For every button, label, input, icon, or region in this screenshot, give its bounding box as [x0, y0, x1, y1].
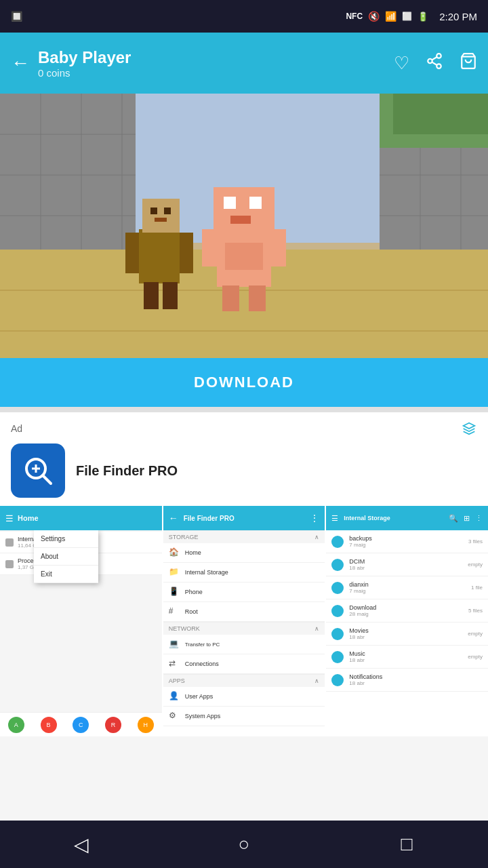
svg-point-1: [428, 59, 432, 64]
record-icon: R: [105, 717, 121, 733]
ss1-menu-settings: Settings: [34, 530, 98, 548]
movies-icon: [331, 628, 344, 640]
ss3-dianxin: dianxin 7 maig 1 file: [326, 576, 488, 599]
ss1-body: Settings About Exit Internal Storage 11,…: [0, 530, 162, 712]
recent-nav-button[interactable]: □: [386, 824, 427, 865]
nav-bar: ◁ ○ □: [0, 821, 488, 868]
ss2-internal-text: Internal Storage: [185, 569, 228, 576]
ss2-apps-label: APPS∧: [163, 674, 325, 687]
ss3-body: backups 7 maig 3 files DCIM 18 abr empty…: [326, 530, 488, 736]
ad-header: Ad: [11, 420, 477, 437]
processes-icon: [5, 560, 14, 568]
ss2-system-apps-text: System Apps: [185, 713, 221, 719]
svg-rect-35: [214, 187, 274, 238]
ss3-header: ☰ Internal Storage 🔍 ⊞ ⋮: [326, 506, 488, 530]
ss1-header: ☰ Home: [0, 506, 162, 530]
ss1-menu-overlay: Settings About Exit: [34, 530, 98, 583]
ss3-backups-date: 7 maig: [349, 542, 463, 548]
ss3-music: Music 18 abr empty: [326, 646, 488, 669]
ss1-menu-exit: Exit: [34, 566, 98, 583]
svg-rect-40: [222, 285, 239, 311]
svg-rect-31: [163, 282, 178, 309]
ss2-user-apps-text: User Apps: [185, 693, 214, 700]
ss3-movies: Movies 18 abr empty: [326, 623, 488, 646]
ss1-menu-about: About: [34, 548, 98, 566]
ad-options-icon[interactable]: [461, 420, 477, 437]
app-title: Baby Player: [38, 48, 131, 67]
svg-rect-32: [125, 233, 139, 273]
android-icon: A: [8, 717, 24, 733]
svg-rect-41: [249, 285, 266, 311]
system-apps-icon: ⚙: [169, 711, 180, 722]
ss2-root-text: Root: [185, 608, 198, 615]
ss3-music-name: Music: [349, 650, 462, 657]
back-button[interactable]: ←: [11, 52, 30, 74]
dcim-icon: [331, 559, 344, 571]
status-time: 2:20 PM: [439, 11, 477, 22]
bug-icon: B: [41, 717, 57, 733]
internal-icon: 📁: [169, 567, 180, 578]
ss2-internal-item: 📁 Internal Storage: [163, 563, 325, 583]
download-label: DOWNLOAD: [194, 374, 294, 391]
ss1-title: Home: [18, 514, 39, 522]
connections-icon: ⇄: [169, 658, 180, 669]
download-button[interactable]: DOWNLOAD: [0, 358, 488, 407]
battery-saver-icon: ⬜: [402, 12, 412, 21]
ss3-movies-name: Movies: [349, 627, 462, 634]
notifications-icon: [331, 674, 344, 686]
nfc-icon: NFC: [346, 12, 363, 21]
ss3-movies-badge: empty: [468, 631, 483, 637]
ss3-backups-info: backups 7 maig: [349, 535, 463, 548]
ss3-download: Download 28 maig 5 files: [326, 599, 488, 623]
ss2-system-apps-item: ⚙ System Apps: [163, 707, 325, 726]
svg-rect-36: [224, 197, 236, 209]
ad-content[interactable]: File Finder PRO: [11, 443, 477, 498]
ad-app-name: File Finder PRO: [76, 463, 178, 479]
svg-rect-28: [164, 208, 171, 214]
share-button[interactable]: [426, 52, 443, 74]
cart-button[interactable]: [460, 52, 477, 74]
toolbar: ← Baby Player 0 coins ♡: [0, 33, 488, 94]
ss2-transfer-text: Transfer to PC: [185, 642, 220, 648]
ss3-dcim-name: DCIM: [349, 558, 462, 565]
ss3-backups-name: backups: [349, 535, 463, 542]
ss3-notifications-date: 18 abr: [349, 680, 477, 686]
ss2-home-text: Home: [185, 549, 201, 556]
ss3-notifications: Notifications 18 abr: [326, 669, 488, 692]
favorite-button[interactable]: ♡: [394, 53, 409, 74]
screenshot-2: ← File Finder PRO ⋮ STORAGE∧ 🏠 Home 📁 In…: [163, 506, 327, 736]
ad-label: Ad: [11, 423, 22, 434]
ss3-dianxin-badge: 1 file: [471, 585, 483, 591]
camera-icon: C: [73, 717, 89, 733]
coins-label: 0 coins: [38, 67, 131, 79]
ss2-connections-text: Connections: [185, 660, 219, 667]
ss3-notifications-info: Notifications 18 abr: [349, 673, 477, 686]
svg-line-47: [43, 475, 51, 484]
screenshot-3: ☰ Internal Storage 🔍 ⊞ ⋮ backups 7 maig …: [326, 506, 488, 736]
home-icon: 🏠: [169, 547, 180, 558]
ss2-home-item: 🏠 Home: [163, 543, 325, 563]
ss3-download-info: Download 28 maig: [349, 604, 463, 617]
ss2-phone-text: Phone: [185, 589, 203, 595]
ss2-phone-item: 📱 Phone: [163, 583, 325, 602]
screenshot-1: ☰ Home Settings About Exit Internal Stor…: [0, 506, 163, 736]
ss2-storage-label: STORAGE∧: [163, 530, 325, 543]
game-image: [0, 94, 488, 358]
phone-icon: 📱: [169, 587, 180, 597]
battery-icon: 🔋: [418, 12, 428, 22]
transfer-icon: 💻: [169, 639, 180, 650]
ss3-dianxin-info: dianxin 7 maig: [349, 581, 466, 594]
ss2-header: ← File Finder PRO ⋮: [163, 506, 325, 530]
ad-app-icon: [11, 443, 65, 498]
svg-point-2: [436, 64, 441, 68]
separator: [0, 407, 488, 412]
back-nav-button[interactable]: ◁: [61, 824, 102, 865]
ss3-dcim-badge: empty: [468, 561, 483, 568]
svg-rect-27: [150, 208, 157, 214]
notification-icon: 🔲: [11, 11, 22, 22]
svg-rect-43: [271, 229, 286, 267]
ss3-music-date: 18 abr: [349, 657, 462, 663]
home-nav-button[interactable]: ○: [224, 824, 264, 865]
ss3-dcim: DCIM 18 abr empty: [326, 553, 488, 576]
ss2-root-item: # Root: [163, 602, 325, 622]
